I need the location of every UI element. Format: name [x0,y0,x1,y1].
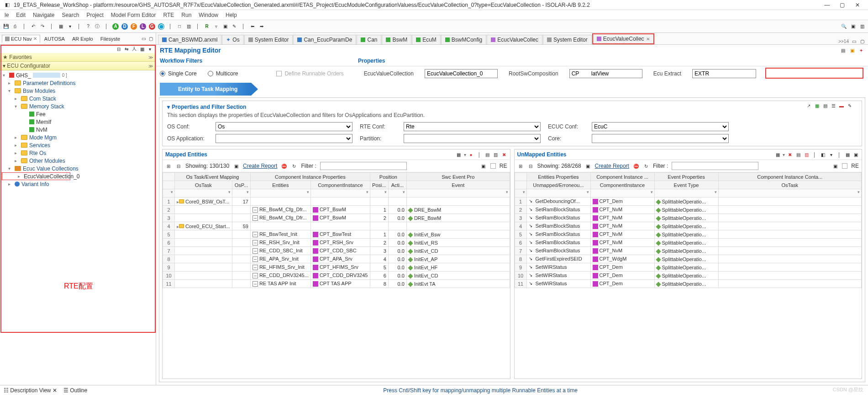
tab-overflow[interactable]: >>14 [838,39,849,44]
rootsw-input[interactable] [569,69,642,78]
tab-filesystem[interactable]: Filesyste [97,35,123,43]
l-icon[interactable]: L [140,23,146,30]
wand-icon[interactable]: ✎ [847,102,853,109]
tree-rteos[interactable]: ▸Rte Os [1,149,155,157]
error-icon[interactable]: ● [468,151,474,158]
icon[interactable]: ▣ [480,163,487,169]
grid-icon[interactable]: ▦ [774,151,781,158]
unmapped-table[interactable]: Entities Properties Component Instance .… [515,172,862,288]
propbox-title[interactable]: ▾Properties and Filter Section [167,104,857,110]
tool-icon[interactable]: ▦ [844,151,851,158]
table-row[interactable]: 5SetRamBlockStatusCPT_NvMSplittableOpera… [515,230,862,239]
menu-item[interactable]: Search [62,12,79,18]
tool-icon[interactable]: ▣ [849,47,855,53]
menu-item[interactable]: Help [226,12,237,18]
table-row[interactable]: 6SetRamBlockStatusCPT_NvMSplittableOpera… [515,239,862,247]
editor-tab[interactable]: System Editor [244,35,293,44]
close-button[interactable]: ✕ [851,2,864,8]
close-icon[interactable]: ✕ [33,36,37,41]
editor-tab[interactable]: BswM [382,35,411,44]
tab-arexplorer[interactable]: AR Explo [69,35,96,43]
search-icon[interactable]: 🔍 [841,23,847,30]
menu-item[interactable]: Window [199,12,218,18]
table-row[interactable]: 7RE_CDD_SBC_InitCPT_CDD_SBC30.0InitEvt_C… [163,247,510,255]
tree-bsw[interactable]: ▾Bsw Modules [1,87,155,95]
table-row[interactable]: 2SetRamBlockStatusCPT_NvMSplittableOpera… [515,206,862,214]
save-all-icon[interactable]: ⎙ [12,23,18,30]
menu-item[interactable]: Navigate [33,12,54,18]
tree-memory[interactable]: ▾Memory Stack [1,102,155,110]
editor-tab[interactable]: EcucValueCollec [487,35,542,44]
sync-icon[interactable]: ⇆ [123,46,130,52]
table-row[interactable]: 4SetRamBlockStatusCPT_NvMSplittableOpera… [515,222,862,230]
osconf-select[interactable]: Os [216,122,352,131]
description-view-tab[interactable]: ☷ Description View ✕ [4,387,57,394]
minimize-button[interactable]: — [820,2,834,8]
table-row[interactable]: 2RE_BswM_Cfg_Dfr...CPT_BswM10.0DRE_BswM [163,206,510,214]
toolbar-icon[interactable]: □ [176,23,183,30]
export-icon[interactable]: ↗ [805,102,812,109]
editor-tab[interactable]: Can_EcucParamDe [293,35,356,44]
table-row[interactable]: 9RE_HFIMS_Srv_InitCPT_HFIMS_Srv50.0InitE… [163,263,510,272]
tree-variant[interactable]: ▸Variant Info [1,180,155,188]
table-row[interactable]: 8RE_APA_Srv_InitCPT_APA_Srv40.0InitEvt_A… [163,255,510,263]
info-icon[interactable]: ⓘ [94,23,100,30]
collapse-icon[interactable]: ⊟ [527,163,534,169]
toolbar-icon[interactable]: ▦ [58,23,64,30]
refresh-icon[interactable]: ↻ [291,163,297,169]
outline-tab[interactable]: ☰ Outline [63,387,87,394]
maximize-icon[interactable]: ▢ [859,38,865,44]
ecu-config-bar[interactable]: ▾ ECU Configurator ≫ [0,62,156,70]
excel-icon[interactable]: ▦ [814,102,820,109]
menu-icon[interactable]: ▾ [147,46,153,52]
create-report-link[interactable]: Create Report [595,163,629,169]
tool-icon[interactable]: ▬ [838,102,845,109]
table-row[interactable]: 3RE_BswM_Cfg_Dfr...CPT_BswM20.0DRE_BswM [163,214,510,222]
collapse-icon[interactable]: ⊟ [116,46,122,52]
table-row[interactable]: 7SetRamBlockStatusCPT_NvMSplittableOpera… [515,247,862,255]
menu-item[interactable]: Run [181,12,191,18]
fwd-icon[interactable]: ➡ [258,23,265,30]
evc-input[interactable] [425,69,498,78]
d-icon[interactable]: D [121,23,128,30]
table-row[interactable]: 11RE TAS APP InitCPT TAS APP80.0InitEvt … [163,280,510,288]
partition-select[interactable] [404,134,541,143]
menu-item[interactable]: Edit [16,12,26,18]
tool-icon[interactable]: ◧ [820,151,826,158]
table-row[interactable]: 1▸ Core0_BSW_OsT...17 [163,198,510,206]
toolbar-icon[interactable]: ▿ [213,23,219,30]
toolbar-icon[interactable]: ▾ [67,23,73,30]
tool-icon[interactable]: ▤ [840,47,846,53]
tool-icon[interactable]: ▥ [803,151,810,158]
toolbar-icon[interactable]: ▥ [185,23,192,30]
delete-icon[interactable]: ✖ [501,151,507,158]
table-row[interactable]: 6RE_RSH_Srv_InitCPT_RSH_Srv20.0InitEvt_R… [163,239,510,247]
tree-nvm[interactable]: NvM [1,126,155,133]
ecuextract-input[interactable] [692,69,756,78]
menu-item[interactable]: le [5,12,9,18]
maximize-button[interactable]: ▢ [836,2,849,8]
editor-tab[interactable]: EcuM [412,35,441,44]
tool-icon[interactable]: ▣ [852,151,859,158]
re-checkbox[interactable] [842,163,847,169]
editor-tab-active[interactable]: EcucValueCollec✕ [592,33,654,44]
tool-icon[interactable]: ▦ [139,46,145,52]
single-core-radio[interactable]: Single Core [160,70,197,77]
icon[interactable]: ▣ [832,163,838,169]
table-row[interactable]: 11SetWIRStatusCPT_DemSplittableOperatio.… [515,280,862,288]
tool-icon[interactable]: ▤ [795,151,801,158]
table-row[interactable]: 10RE_CDD_DRV3245...CPT_CDD_DRV324560.0In… [163,272,510,280]
back-icon[interactable]: ⬅ [249,23,256,30]
table-row[interactable]: 8GetFirstExpiredSEIDCPT_WdgMSplittableOp… [515,255,862,263]
a-icon[interactable]: A [112,23,119,30]
report-icon[interactable]: ▣ [233,163,239,169]
menu-item[interactable]: Project [86,12,103,18]
filter-input[interactable] [672,162,758,170]
g-icon[interactable]: G [149,23,155,30]
circ-icon[interactable]: ◯ [158,23,164,30]
help-icon[interactable]: ? [85,23,91,30]
tree-project[interactable]: ▾GHS_0 ] [1,71,155,79]
tool-icon[interactable]: ▾ [828,151,834,158]
delete-icon[interactable]: ✖ [787,151,793,158]
editor-tab[interactable]: ✦Os [222,35,243,44]
